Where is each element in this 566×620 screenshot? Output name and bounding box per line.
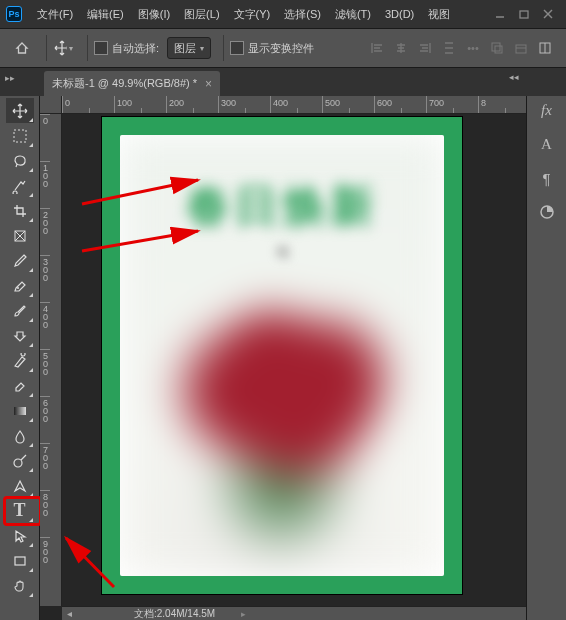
menu-bar: Ps 文件(F) 编辑(E) 图像(I) 图层(L) 文字(Y) 选择(S) 滤… <box>0 0 566 28</box>
window-minimize-icon[interactable] <box>488 2 512 26</box>
menu-type[interactable]: 文字(Y) <box>227 0 278 28</box>
show-transform-checkbox[interactable] <box>230 41 244 55</box>
healing-brush-tool[interactable] <box>6 273 34 298</box>
3d-mode-icon[interactable] <box>488 39 506 57</box>
arrange-docs-icon[interactable] <box>536 39 554 57</box>
document-canvas[interactable]: 春日焕新 领 <box>102 117 462 594</box>
lasso-tool[interactable] <box>6 148 34 173</box>
auto-select-checkbox[interactable] <box>94 41 108 55</box>
move-tool-icon[interactable]: ▾ <box>53 38 73 58</box>
status-doc-info[interactable]: 文档:2.04M/14.5M <box>134 607 215 621</box>
menu-edit[interactable]: 编辑(E) <box>80 0 131 28</box>
dodge-tool[interactable] <box>6 448 34 473</box>
options-bar: ▾ 自动选择: 图层 ▾ 显示变换控件 ••• <box>0 28 566 68</box>
more-align-icon[interactable]: ••• <box>464 39 482 57</box>
pen-tool[interactable] <box>6 473 34 498</box>
svg-point-16 <box>14 459 22 467</box>
marquee-tool[interactable] <box>6 123 34 148</box>
svg-rect-10 <box>14 130 26 142</box>
gradient-tool[interactable] <box>6 398 34 423</box>
window-close-icon[interactable] <box>536 2 560 26</box>
layer-arrange-icon[interactable] <box>512 39 530 57</box>
scroll-left-icon[interactable]: ◂ <box>62 608 76 619</box>
close-tab-icon[interactable]: × <box>205 77 212 91</box>
document-tab[interactable]: 未标题-1 @ 49.9%(RGB/8#) * × <box>44 71 220 96</box>
path-select-tool[interactable] <box>6 523 34 548</box>
home-icon[interactable] <box>12 38 32 58</box>
align-right-icon[interactable] <box>416 39 434 57</box>
document-tab-title: 未标题-1 @ 49.9%(RGB/8#) * <box>52 76 197 91</box>
paragraph-panel-icon[interactable]: ¶ <box>537 168 557 188</box>
menu-3d[interactable]: 3D(D) <box>378 0 421 28</box>
svg-point-14 <box>17 287 19 289</box>
menu-filter[interactable]: 滤镜(T) <box>328 0 378 28</box>
crop-tool[interactable] <box>6 198 34 223</box>
brush-tool[interactable] <box>6 298 34 323</box>
type-tool[interactable]: T <box>6 498 34 523</box>
move-tool[interactable] <box>6 98 34 123</box>
document-subtitle-text: 领 <box>120 243 444 262</box>
chevron-down-icon: ▾ <box>200 44 204 53</box>
eraser-tool[interactable] <box>6 373 34 398</box>
document-tab-bar: 未标题-1 @ 49.9%(RGB/8#) * × <box>0 68 566 96</box>
align-left-icon[interactable] <box>368 39 386 57</box>
svg-rect-15 <box>14 407 26 415</box>
horizontal-ruler[interactable]: 0 100 200 300 400 500 600 700 8 <box>62 96 526 114</box>
align-center-h-icon[interactable] <box>392 39 410 57</box>
character-panel-icon[interactable]: A <box>537 134 557 154</box>
show-transform-label: 显示变换控件 <box>248 41 314 56</box>
right-panel-expand-icon[interactable]: ◂◂ <box>506 72 522 86</box>
menu-image[interactable]: 图像(I) <box>131 0 177 28</box>
photoshop-app-icon: Ps <box>6 6 22 22</box>
quick-select-tool[interactable] <box>6 173 34 198</box>
svg-rect-5 <box>495 46 502 53</box>
menu-select[interactable]: 选择(S) <box>277 0 328 28</box>
svg-line-17 <box>21 455 26 460</box>
svg-rect-6 <box>516 45 526 53</box>
svg-rect-4 <box>492 43 500 51</box>
eyedropper-tool[interactable] <box>6 248 34 273</box>
left-panel-expand-icon[interactable]: ▸▸ <box>2 73 18 87</box>
menu-file[interactable]: 文件(F) <box>30 0 80 28</box>
auto-select-dropdown[interactable]: 图层 ▾ <box>167 37 211 59</box>
tools-panel: T <box>0 96 40 620</box>
vertical-ruler[interactable]: 0 100 200 300 400 500 600 700 800 900 <box>40 114 62 606</box>
window-controls <box>488 2 560 26</box>
auto-select-dropdown-value: 图层 <box>174 41 196 56</box>
clone-stamp-tool[interactable] <box>6 323 34 348</box>
status-chevron-icon[interactable]: ▸ <box>241 609 246 619</box>
document-headline-text: 春日焕新 <box>120 177 444 236</box>
menu-layer[interactable]: 图层(L) <box>177 0 226 28</box>
window-maximize-icon[interactable] <box>512 2 536 26</box>
rectangle-tool[interactable] <box>6 548 34 573</box>
ruler-corner <box>40 96 62 114</box>
right-panel-collapsed: fx A ¶ <box>526 96 566 620</box>
history-brush-tool[interactable] <box>6 348 34 373</box>
hand-tool[interactable] <box>6 573 34 598</box>
blur-tool[interactable] <box>6 423 34 448</box>
auto-select-label: 自动选择: <box>112 41 159 56</box>
styles-panel-icon[interactable]: fx <box>537 100 557 120</box>
menu-view[interactable]: 视图 <box>421 0 457 28</box>
status-bar: ◂ 文档:2.04M/14.5M ▸ <box>62 606 526 620</box>
swatches-panel-icon[interactable] <box>537 202 557 222</box>
svg-rect-1 <box>520 11 528 18</box>
svg-rect-18 <box>15 557 25 565</box>
canvas-area: 0 100 200 300 400 500 600 700 8 0 100 20… <box>40 96 526 620</box>
distribute-icon[interactable] <box>440 39 458 57</box>
frame-tool[interactable] <box>6 223 34 248</box>
